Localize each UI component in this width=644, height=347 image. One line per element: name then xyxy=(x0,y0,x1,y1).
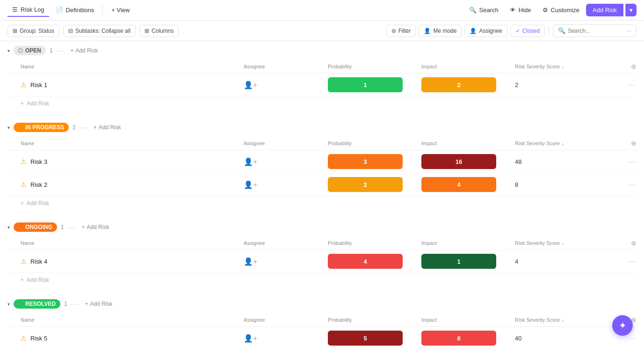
add-row-ongoing[interactable]: + Add Risk xyxy=(7,273,637,287)
probability-pill[interactable]: 2 xyxy=(328,177,403,192)
col-impact-ongoing: Impact xyxy=(421,239,515,247)
nav-hide[interactable]: 👁 Hide xyxy=(505,4,536,16)
group-add-risk-resolved[interactable]: + Add Risk xyxy=(85,301,112,307)
impact-pill[interactable]: 4 xyxy=(421,177,496,192)
group-status-button[interactable]: ⊞ Group: Status xyxy=(7,25,59,37)
search-box-icon: 🔍 xyxy=(558,27,565,34)
status-badge-inprogress[interactable]: IN PROGRESS xyxy=(14,123,69,132)
subtasks-icon: ⊟ xyxy=(68,28,73,34)
assignee-button[interactable]: 👤 Assignee xyxy=(464,25,507,37)
closed-button[interactable]: ✓ Closed xyxy=(510,25,545,37)
impact-pill[interactable]: 8 xyxy=(421,331,496,346)
search-input[interactable] xyxy=(568,28,624,34)
risk-name-text[interactable]: Risk 1 xyxy=(30,81,47,89)
impact-pill[interactable]: 16 xyxy=(421,154,496,169)
columns-button[interactable]: ⊞ Columns xyxy=(139,25,179,37)
subtasks-button[interactable]: ⊟ Subtasks: Collapse all xyxy=(63,25,136,37)
row-more-menu[interactable]: ··· xyxy=(618,258,637,265)
risk-name-text[interactable]: Risk 3 xyxy=(30,158,47,165)
nav-view-label: + View xyxy=(111,7,130,14)
risk-name-text[interactable]: Risk 2 xyxy=(30,181,47,188)
col-impact-resolved: Impact xyxy=(421,316,515,324)
add-row-label-open: Add Risk xyxy=(27,100,49,107)
status-badge-resolved[interactable]: RESOLVED xyxy=(14,299,60,309)
group-add-risk-inprogress[interactable]: + Add Risk xyxy=(94,124,121,131)
group-more-open[interactable]: ··· xyxy=(57,47,65,54)
chevron-icon-ongoing[interactable]: ▾ xyxy=(7,225,10,230)
nav-view[interactable]: + View xyxy=(107,4,134,16)
group-more-ongoing[interactable]: ··· xyxy=(68,223,76,231)
group-header-resolved[interactable]: ▾ RESOLVED 1 ··· + Add Risk xyxy=(0,295,644,313)
toolbar: ⊞ Group: Status ⊟ Subtasks: Collapse all… xyxy=(0,21,644,41)
probability-cell: 2 xyxy=(328,177,421,192)
plus-icon-open: + xyxy=(70,47,73,54)
add-column-open[interactable]: ⊕ xyxy=(631,63,637,70)
filter-button[interactable]: ⊜ Filter xyxy=(386,25,416,37)
sort-icon-open[interactable]: ↓ xyxy=(562,64,564,69)
nav-customize-label: Customize xyxy=(551,7,579,14)
risk-name-text[interactable]: Risk 5 xyxy=(30,335,47,342)
add-row-inprogress[interactable]: + Add Risk xyxy=(7,196,637,210)
fab-button[interactable]: ✦ xyxy=(612,315,633,336)
search-more-icon[interactable]: ··· xyxy=(626,27,631,34)
sort-icon-inprogress[interactable]: ↓ xyxy=(562,141,564,146)
risk-log-icon: ☰ xyxy=(12,6,18,13)
group-header-open[interactable]: ▾ OPEN 1 ··· + Add Risk xyxy=(0,41,644,60)
nav-search[interactable]: 🔍 Search xyxy=(464,4,503,16)
probability-pill[interactable]: 4 xyxy=(328,254,403,269)
chevron-icon-open[interactable]: ▾ xyxy=(7,48,10,53)
group-more-inprogress[interactable]: ··· xyxy=(80,124,88,131)
add-assignee-icon[interactable]: 👤+ xyxy=(244,157,257,166)
probability-cell: 4 xyxy=(328,254,421,269)
chevron-icon-inprogress[interactable]: ▾ xyxy=(7,125,10,130)
probability-pill[interactable]: 5 xyxy=(328,331,403,346)
add-risk-dropdown-button[interactable]: ▾ xyxy=(625,4,637,16)
add-row-open[interactable]: + Add Risk xyxy=(7,96,637,111)
sort-icon-resolved[interactable]: ↓ xyxy=(562,317,564,323)
row-more-menu[interactable]: ··· xyxy=(618,158,637,165)
filter-label: Filter xyxy=(398,28,411,34)
sort-icon-ongoing[interactable]: ↓ xyxy=(562,241,564,246)
group-add-risk-open[interactable]: + Add Risk xyxy=(70,47,98,54)
nav-definitions[interactable]: 📄 Definitions xyxy=(51,4,99,16)
add-assignee-icon[interactable]: 👤+ xyxy=(244,81,257,89)
probability-pill[interactable]: 1 xyxy=(328,77,403,92)
add-column-ongoing[interactable]: ⊕ xyxy=(631,239,637,247)
search-box[interactable]: 🔍 ··· xyxy=(553,24,637,37)
add-assignee-icon[interactable]: 👤+ xyxy=(244,180,257,189)
col-probability-open: Probability xyxy=(328,63,421,70)
probability-pill[interactable]: 3 xyxy=(328,154,403,169)
columns-icon: ⊞ xyxy=(145,28,149,34)
status-badge-ongoing[interactable]: ONGOING xyxy=(14,222,57,232)
group-add-risk-ongoing[interactable]: + Add Risk xyxy=(81,224,109,230)
add-assignee-icon[interactable]: 👤+ xyxy=(244,334,257,343)
group-header-ongoing[interactable]: ▾ ONGOING 1 ··· + Add Risk xyxy=(0,218,644,236)
status-dot-inprogress xyxy=(18,125,23,130)
table-row: ⚠ Risk 2 👤+ 2 4 8 ··· xyxy=(7,173,637,196)
impact-pill[interactable]: 1 xyxy=(421,254,496,269)
col-probability-ongoing: Probability xyxy=(328,239,421,247)
group-more-resolved[interactable]: ··· xyxy=(71,300,80,308)
nav-customize[interactable]: ⚙ Customize xyxy=(538,4,584,16)
row-more-menu[interactable]: ··· xyxy=(618,81,637,89)
add-row-plus-icon-ongoing: + xyxy=(21,277,24,283)
col-impact-open: Impact xyxy=(421,63,515,70)
status-badge-open[interactable]: OPEN xyxy=(14,46,46,55)
add-risk-button[interactable]: Add Risk xyxy=(586,4,623,16)
group-header-inprogress[interactable]: ▾ IN PROGRESS 2 ··· + Add Risk xyxy=(0,118,644,137)
risk-name-text[interactable]: Risk 4 xyxy=(30,258,47,265)
table-wrapper-inprogress: Name Assignee Probability Impact Risk Se… xyxy=(0,137,644,210)
nav-risk-log[interactable]: ☰ Risk Log xyxy=(7,3,49,17)
memode-button[interactable]: 👤 Me mode xyxy=(419,25,462,37)
add-assignee-icon[interactable]: 👤+ xyxy=(244,257,257,266)
search-icon: 🔍 xyxy=(469,7,477,14)
add-risk-label: Add Risk xyxy=(593,7,617,14)
add-row-plus-icon-open: + xyxy=(21,100,24,107)
row-more-menu[interactable]: ··· xyxy=(618,181,637,188)
group-count-open: 1 xyxy=(50,47,53,54)
add-column-inprogress[interactable]: ⊕ xyxy=(631,140,637,147)
warning-icon: ⚠ xyxy=(21,334,27,342)
chevron-icon-resolved[interactable]: ▾ xyxy=(7,302,10,307)
severity-score: 2 xyxy=(515,81,618,89)
impact-pill[interactable]: 2 xyxy=(421,77,496,92)
